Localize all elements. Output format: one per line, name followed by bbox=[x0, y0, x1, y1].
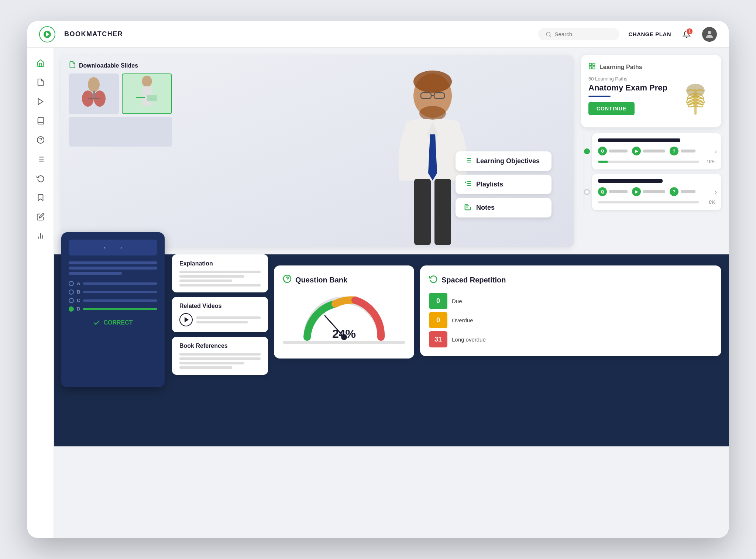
overdue-label: Overdue bbox=[452, 317, 473, 323]
lp-subject-title: Anatomy Exam Prep bbox=[588, 83, 667, 93]
quiz-option-b[interactable]: B bbox=[69, 289, 157, 295]
sidebar-item-notes[interactable] bbox=[32, 209, 49, 225]
sidebar-item-analytics[interactable] bbox=[32, 228, 49, 244]
hero-section: Downloadable Slides bbox=[54, 48, 729, 254]
svg-rect-31 bbox=[414, 179, 431, 245]
change-plan-button[interactable]: CHANGE PLAN bbox=[628, 31, 671, 37]
br-line-4 bbox=[179, 366, 232, 369]
quiz-line-3 bbox=[69, 272, 122, 275]
learning-objectives-label: Learning Objectives bbox=[476, 157, 540, 165]
book-references-card: Book References bbox=[172, 337, 268, 375]
learning-objectives-pill[interactable]: Learning Objectives bbox=[456, 151, 551, 171]
quiz-option-d[interactable]: D bbox=[69, 306, 157, 312]
option-label-b: B bbox=[77, 289, 80, 295]
exp-line-2 bbox=[179, 275, 244, 278]
search-input[interactable] bbox=[554, 31, 606, 37]
svg-point-30 bbox=[419, 106, 446, 121]
related-video-row bbox=[179, 313, 261, 326]
ask-chip-icon: ? bbox=[670, 147, 678, 155]
stacked-cards: Explanation Related Videos bbox=[172, 254, 268, 375]
sidebar-item-list[interactable] bbox=[32, 151, 49, 167]
svg-rect-50 bbox=[693, 93, 698, 107]
app-logo[interactable] bbox=[39, 26, 55, 42]
correct-badge: CORRECT bbox=[69, 319, 157, 326]
correct-label: CORRECT bbox=[103, 319, 133, 326]
lp-chip-q: Q bbox=[598, 147, 628, 155]
gauge-svg: 24% bbox=[300, 293, 388, 341]
lp-title: Learning Paths bbox=[599, 64, 642, 71]
overdue-count-box: 0 bbox=[429, 312, 447, 328]
user-avatar[interactable] bbox=[702, 27, 717, 42]
explanation-title: Explanation bbox=[179, 260, 261, 267]
rv-line-1 bbox=[196, 316, 261, 319]
navbar: BOOKMATCHER CHANGE PLAN 1 bbox=[27, 21, 729, 48]
lp-underline bbox=[588, 96, 611, 97]
quiz-bar bbox=[609, 150, 628, 152]
notes-pill[interactable]: Notes bbox=[456, 198, 551, 217]
quiz-options: A B C bbox=[69, 281, 157, 312]
br-line-2 bbox=[179, 357, 261, 360]
svg-text:↓: ↓ bbox=[151, 96, 153, 100]
exp-line-1 bbox=[179, 271, 261, 273]
play-bar bbox=[643, 150, 665, 152]
brand-name: BOOKMATCHER bbox=[64, 30, 123, 38]
explanation-lines bbox=[179, 271, 261, 287]
option-bar-c bbox=[83, 299, 157, 302]
lp-dot-2 bbox=[584, 189, 590, 195]
lp-progress-item-2[interactable]: Q ▶ ? bbox=[592, 174, 721, 210]
notifications-button[interactable]: 1 bbox=[680, 28, 693, 41]
svg-rect-32 bbox=[434, 179, 451, 245]
qbank-title: Question Bank bbox=[295, 276, 347, 284]
quiz-option-c[interactable]: C bbox=[69, 298, 157, 303]
sidebar bbox=[27, 48, 54, 538]
sidebar-item-history[interactable] bbox=[32, 170, 49, 186]
slide-thumb-3 bbox=[69, 117, 172, 147]
quiz-card: ← → A bbox=[61, 232, 165, 387]
slides-grid: ↓ bbox=[69, 73, 172, 147]
next-arrow[interactable]: → bbox=[116, 243, 123, 252]
logo-icon bbox=[44, 31, 51, 38]
svg-point-0 bbox=[546, 32, 550, 36]
downloadable-slides-label: Downloadable Slides bbox=[69, 61, 138, 70]
lp-dot-1 bbox=[584, 148, 590, 154]
lp-items-wrapper: Q ▶ ? bbox=[581, 133, 721, 210]
lp-progress-bg-1 bbox=[598, 161, 699, 163]
playlists-icon bbox=[464, 180, 472, 189]
paths-count: 60 Learning Paths bbox=[588, 76, 714, 82]
search-bar[interactable] bbox=[538, 28, 619, 40]
sidebar-item-home[interactable] bbox=[32, 55, 49, 71]
lp-progress-pct-2: 0% bbox=[702, 200, 715, 205]
option-label-c: C bbox=[77, 298, 80, 303]
quiz-option-a[interactable]: A bbox=[69, 281, 157, 286]
radio-b bbox=[69, 289, 74, 295]
sidebar-item-quiz[interactable] bbox=[32, 132, 49, 148]
related-play-circle[interactable] bbox=[179, 313, 193, 326]
lp-item-icons-1: Q ▶ ? bbox=[598, 147, 715, 155]
playlists-pill[interactable]: Playlists bbox=[456, 175, 551, 194]
lp-header-icon bbox=[588, 62, 596, 72]
spaced-bars: 0 Due 0 Overdue 31 Long overdue bbox=[429, 293, 712, 347]
lp-progress-item-1[interactable]: Q ▶ ? bbox=[592, 133, 721, 169]
sidebar-item-videos[interactable] bbox=[32, 93, 49, 110]
sidebar-item-documents[interactable] bbox=[32, 74, 49, 90]
svg-rect-47 bbox=[590, 67, 592, 69]
radio-a bbox=[69, 281, 74, 286]
sidebar-item-bookmarks[interactable] bbox=[32, 189, 49, 206]
spaced-header: Spaced Repetition bbox=[429, 274, 712, 285]
ask-bar-2 bbox=[681, 190, 695, 193]
feature-cards-area: Explanation Related Videos bbox=[165, 254, 721, 439]
continue-button[interactable]: CONTINUE bbox=[588, 102, 635, 115]
lp-left: Anatomy Exam Prep CONTINUE bbox=[588, 83, 667, 115]
rv-line-2 bbox=[196, 321, 248, 323]
svg-rect-46 bbox=[593, 67, 595, 69]
learning-paths-card: Learning Paths 60 Learning Paths Anatomy… bbox=[581, 55, 721, 127]
svg-point-26 bbox=[413, 71, 452, 93]
sidebar-item-books[interactable] bbox=[32, 113, 49, 129]
br-line-1 bbox=[179, 353, 261, 356]
quiz-line-1 bbox=[69, 261, 157, 264]
prev-arrow[interactable]: ← bbox=[103, 243, 110, 252]
bottom-section: ← → A bbox=[54, 254, 729, 446]
long-overdue-count-box: 31 bbox=[429, 331, 447, 347]
svg-rect-44 bbox=[590, 64, 592, 66]
instructor-area bbox=[292, 55, 574, 247]
